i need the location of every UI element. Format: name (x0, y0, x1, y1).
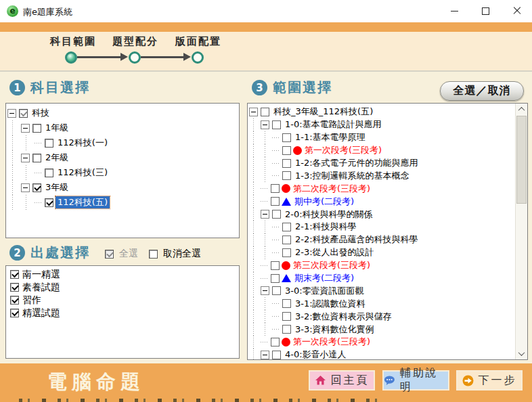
select-toggle-button[interactable]: 全選／取消 (440, 81, 524, 101)
home-button[interactable]: 回主頁 (309, 370, 375, 390)
deselect-all-checkbox[interactable] (149, 250, 158, 259)
expand-collapse-icon[interactable] (261, 210, 269, 219)
source-list-item[interactable]: 精選試題 (9, 307, 60, 319)
expand-collapse-icon[interactable] (261, 286, 269, 295)
expand-collapse-icon[interactable] (261, 351, 269, 359)
tree-item-checkbox[interactable] (271, 261, 280, 270)
tree-item-checkbox[interactable] (32, 124, 41, 133)
tree-item-label[interactable]: 1-3:控制邏輯系統的基本概念 (293, 170, 412, 182)
tree-item-checkbox[interactable] (282, 299, 291, 308)
tree-item-label[interactable]: 期末考(二段考) (292, 272, 356, 284)
tree-item-label[interactable]: 3-0:零壹資訊面面觀 (283, 285, 366, 297)
tree-item[interactable]: 2年級 (7, 150, 238, 165)
tree-item-checkbox[interactable] (282, 312, 291, 321)
source-list-item[interactable]: 習作 (9, 294, 60, 307)
tree-item[interactable]: 3-3:資料數位化實例 (249, 323, 514, 336)
tree-item[interactable]: 科技_3年級_112科技(五) (249, 106, 514, 118)
tree-item[interactable]: 2-3:從人出發的設計 (249, 246, 514, 259)
tree-item-label[interactable]: 112科技(三) (56, 166, 110, 179)
tree-item[interactable]: 3-0:零壹資訊面面觀 (249, 284, 514, 297)
tree-item[interactable]: 1-1:基本電學原理 (249, 131, 514, 144)
tree-item-label[interactable]: 1-1:基本電學原理 (293, 131, 368, 143)
tree-item[interactable]: 112科技(一) (7, 135, 238, 150)
deselect-all-checkbox-group[interactable]: 取消全選 (148, 248, 201, 260)
expand-collapse-icon[interactable] (21, 124, 30, 133)
tree-item-label[interactable]: 112科技(一) (56, 137, 110, 149)
tree-item-label[interactable]: 1年級 (43, 122, 70, 134)
tree-item[interactable]: 2-1:科技與科學 (249, 221, 514, 233)
tree-item-label[interactable]: 3-2:數位資料表示與儲存 (293, 311, 394, 323)
tree-item-label[interactable]: 3-3:資料數位化實例 (293, 323, 376, 336)
tree-item[interactable]: 科技 (7, 106, 238, 120)
tree-item-checkbox[interactable] (282, 325, 291, 334)
scrollbar-thumb[interactable] (516, 116, 527, 204)
source-item-checkbox[interactable] (10, 270, 19, 279)
tree-item-checkbox[interactable] (272, 351, 281, 359)
tree-item-label[interactable]: 2-3:從人出發的設計 (293, 246, 376, 259)
source-item-checkbox[interactable] (10, 283, 19, 292)
scroll-down-button[interactable] (516, 348, 527, 359)
maximize-button[interactable] (470, 0, 501, 22)
tree-item-checkbox[interactable] (32, 154, 41, 162)
tree-item-label[interactable]: 3-1:認識數位資料 (293, 298, 368, 310)
scroll-up-button[interactable] (516, 104, 527, 115)
tree-item-label[interactable]: 第一次段考(三段考) (291, 336, 372, 348)
select-all-checkbox[interactable] (105, 250, 114, 259)
tree-item-checkbox[interactable] (271, 197, 280, 206)
tree-item-label[interactable]: 第三次段考(三段考) (291, 259, 372, 271)
tree-item[interactable]: 第一次段考(三段考) (249, 144, 514, 157)
tree-item-label[interactable]: 3年級 (43, 181, 70, 194)
tree-item-label[interactable]: 112科技(五) (56, 196, 110, 208)
close-button[interactable] (502, 0, 532, 22)
tree-item[interactable]: 2-0:科技與科學的關係 (249, 208, 514, 221)
tree-item-label[interactable]: 1-0:基本電路設計與應用 (283, 118, 384, 131)
tree-item[interactable]: 2-2:科技產品蘊含的科技與科學 (249, 233, 514, 246)
next-step-button[interactable]: 下一步 (456, 370, 523, 390)
tree-item[interactable]: 1-0:基本電路設計與應用 (249, 118, 514, 131)
tree-item-checkbox[interactable] (282, 159, 291, 168)
tree-item-checkbox[interactable] (19, 109, 28, 118)
tree-item-label[interactable]: 4-0:影音小達人 (283, 349, 349, 360)
tree-item-label[interactable]: 1-2:各式電子元件的功能與應用 (293, 157, 420, 169)
tree-item[interactable]: 112科技(五) (7, 195, 238, 210)
tree-item[interactable]: 期中考(二段考) (249, 195, 514, 208)
tree-item-checkbox[interactable] (282, 146, 291, 155)
expand-collapse-icon[interactable] (21, 183, 30, 192)
minimize-button[interactable] (439, 0, 470, 22)
tree-item-label[interactable]: 2-0:科技與科學的關係 (283, 208, 375, 221)
expand-collapse-icon[interactable] (7, 109, 16, 118)
tree-item-checkbox[interactable] (282, 236, 291, 244)
tree-item-checkbox[interactable] (272, 286, 281, 295)
tree-item-checkbox[interactable] (45, 169, 53, 177)
tree-item[interactable]: 第三次段考(三段考) (249, 259, 514, 272)
tree-item-label[interactable]: 2年級 (43, 152, 70, 164)
expand-collapse-icon[interactable] (249, 108, 258, 116)
tree-item-checkbox[interactable] (271, 184, 280, 193)
tree-item[interactable]: 112科技(三) (7, 165, 238, 180)
tree-item[interactable]: 1-2:各式電子元件的功能與應用 (249, 157, 514, 170)
tree-item-label[interactable]: 期中考(二段考) (292, 196, 356, 208)
help-button[interactable]: 輔助說明 (382, 370, 449, 390)
tree-item[interactable]: 4-0:影音小達人 (249, 349, 514, 360)
tree-item-checkbox[interactable] (271, 274, 280, 283)
tree-item[interactable]: 第一次段考(三段考) (249, 336, 514, 349)
source-item-checkbox[interactable] (10, 309, 19, 317)
tree-item[interactable]: 第二次段考(三段考) (249, 182, 514, 195)
tree-item[interactable]: 3-1:認識數位資料 (249, 297, 514, 310)
tree-item-checkbox[interactable] (282, 171, 291, 180)
tree-item-checkbox[interactable] (282, 133, 291, 142)
tree-item-label[interactable]: 科技_3年級_112科技(五) (271, 106, 375, 118)
tree-item-checkbox[interactable] (282, 248, 291, 257)
tree-item-label[interactable]: 2-1:科技與科學 (293, 221, 359, 233)
tree-item-checkbox[interactable] (272, 210, 281, 219)
tree-item-label[interactable]: 2-2:科技產品蘊含的科技與科學 (293, 233, 420, 246)
tree-item-checkbox[interactable] (45, 139, 53, 148)
tree-item-checkbox[interactable] (271, 338, 280, 347)
tree-item[interactable]: 期末考(二段考) (249, 272, 514, 285)
tree-item-checkbox[interactable] (45, 198, 53, 207)
tree-item[interactable]: 3-2:數位資料表示與儲存 (249, 310, 514, 323)
tree-item[interactable]: 3年級 (7, 180, 238, 195)
expand-collapse-icon[interactable] (261, 120, 269, 129)
source-item-checkbox[interactable] (10, 296, 19, 305)
tree-item-label[interactable]: 第一次段考(三段考) (303, 144, 384, 156)
